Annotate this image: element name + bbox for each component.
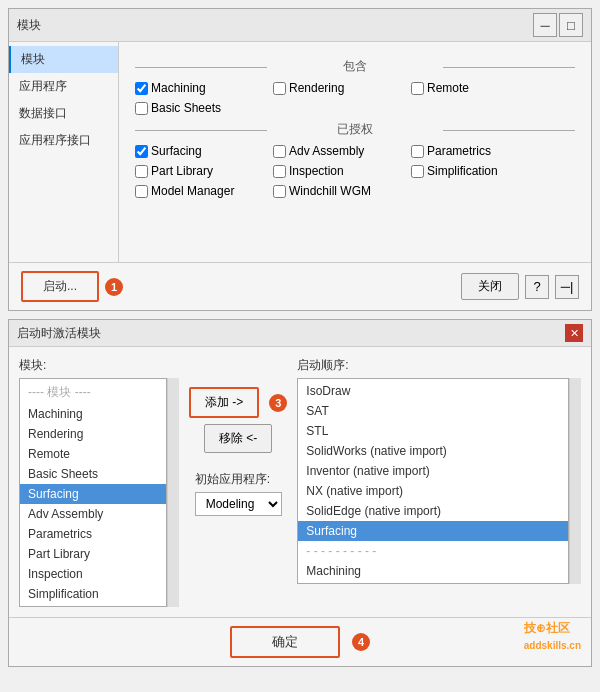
included-row-1: Machining Rendering Remote [135,81,575,95]
module-list-scrollbar[interactable] [167,378,179,607]
list-item-machining[interactable]: Machining [20,404,166,424]
startup-list-container: IsoDraw SAT STL SolidWorks (native impor… [297,378,581,584]
list-item-adv-assembly[interactable]: Adv Assembly [20,504,166,524]
startup-item-dash[interactable]: - - - - - - - - - - [298,541,568,561]
startup-item-solidworks[interactable]: SolidWorks (native import) [298,441,568,461]
bottom-dialog-body: 模块: ---- 模块 ---- Machining Rendering Rem… [9,347,591,617]
list-item-basicsheets[interactable]: Basic Sheets [20,464,166,484]
startup-list-scrollbar[interactable] [569,378,581,584]
included-row-2: Basic Sheets [135,101,575,115]
left-panel-item-module[interactable]: 模块 [9,46,118,73]
maximize-icon[interactable]: □ [559,13,583,37]
footer-right: 关闭 ? ─| [461,273,579,300]
check-surfacing[interactable]: Surfacing [135,144,265,158]
module-list-panel: 模块: ---- 模块 ---- Machining Rendering Rem… [19,357,179,607]
bottom-dialog: 启动时激活模块 ✕ 模块: ---- 模块 ---- Machining Ren… [8,319,592,667]
list-item-parametrics[interactable]: Parametrics [20,524,166,544]
module-list-header: 模块: [19,357,179,374]
list-item-inspection[interactable]: Inspection [20,564,166,584]
minimize-icon[interactable]: ─ [533,13,557,37]
top-dialog-titlebar: 模块 ─ □ [9,9,591,42]
add-button[interactable]: 添加 -> [189,387,259,418]
circle-num-1: 1 [105,278,123,296]
left-panel-item-api[interactable]: 应用程序接口 [9,127,118,154]
circle-num-3: 3 [269,394,287,412]
licensed-row-1: Surfacing Adv Assembly Parametrics [135,144,575,158]
startup-item-stl[interactable]: STL [298,421,568,441]
circle-num-4: 4 [352,633,370,651]
module-list-container: ---- 模块 ---- Machining Rendering Remote … [19,378,179,607]
licensed-row-3: Model Manager Windchill WGM [135,184,575,198]
list-item-simplification[interactable]: Simplification [20,584,166,604]
include-header: 包含 [135,58,575,75]
bottom-dialog-titlebar: 启动时激活模块 ✕ [9,320,591,347]
bottom-dialog-title: 启动时激活模块 [17,325,101,342]
check-basicsheets[interactable]: Basic Sheets [135,101,265,115]
module-list-box[interactable]: ---- 模块 ---- Machining Rendering Remote … [19,378,167,607]
licensed-row-2: Part Library Inspection Simplification [135,164,575,178]
startup-item-nx[interactable]: NX (native import) [298,481,568,501]
startup-item-solidedge[interactable]: SolidEdge (native import) [298,501,568,521]
init-app-label: 初始应用程序: [195,471,282,488]
check-parametrics[interactable]: Parametrics [411,144,541,158]
check-windchill[interactable]: Windchill WGM [273,184,403,198]
top-dialog-footer: 启动... 1 关闭 ? ─| [9,262,591,310]
help-icon[interactable]: ? [525,275,549,299]
startup-item-machining[interactable]: Machining [298,561,568,581]
bottom-dialog-footer: 确定 4 [9,617,591,666]
startup-item-surfacing[interactable]: Surfacing [298,521,568,541]
top-dialog: 模块 ─ □ 模块 应用程序 数据接口 应用程序接口 包含 Machining … [8,8,592,311]
startup-item-sat[interactable]: SAT [298,401,568,421]
confirm-button[interactable]: 确定 [230,626,340,658]
start-button[interactable]: 启动... [21,271,99,302]
bottom-close-icon[interactable]: ✕ [565,324,583,342]
check-part-library[interactable]: Part Library [135,164,265,178]
init-app-select[interactable]: Modeling Drafting Assembly [195,492,282,516]
pin-icon[interactable]: ─| [555,275,579,299]
remove-button[interactable]: 移除 <- [204,424,272,453]
startup-panel: 启动顺序: IsoDraw SAT STL SolidWorks (native… [297,357,581,607]
check-remote[interactable]: Remote [411,81,541,95]
check-machining[interactable]: Machining [135,81,265,95]
close-button[interactable]: 关闭 [461,273,519,300]
startup-list-box[interactable]: IsoDraw SAT STL SolidWorks (native impor… [297,378,569,584]
check-model-manager[interactable]: Model Manager [135,184,265,198]
licensed-header: 已授权 [135,121,575,138]
top-dialog-title: 模块 [17,17,41,34]
right-panel: 包含 Machining Rendering Remote Basic Shee… [119,42,591,262]
check-rendering[interactable]: Rendering [273,81,403,95]
startup-item-inventor[interactable]: Inventor (native import) [298,461,568,481]
list-item-remote[interactable]: Remote [20,444,166,464]
check-inspection[interactable]: Inspection [273,164,403,178]
top-dialog-content: 模块 应用程序 数据接口 应用程序接口 包含 Machining Renderi… [9,42,591,262]
check-adv-assembly[interactable]: Adv Assembly [273,144,403,158]
check-simplification[interactable]: Simplification [411,164,541,178]
list-item-part-library[interactable]: Part Library [20,544,166,564]
left-panel-item-data[interactable]: 数据接口 [9,100,118,127]
list-item-dash[interactable]: ---- 模块 ---- [20,381,166,404]
startup-item-isodraw[interactable]: IsoDraw [298,381,568,401]
left-panel: 模块 应用程序 数据接口 应用程序接口 [9,42,119,262]
init-app-section: 初始应用程序: Modeling Drafting Assembly [195,471,282,516]
left-panel-item-app[interactable]: 应用程序 [9,73,118,100]
startup-order-header: 启动顺序: [297,357,581,374]
list-item-rendering[interactable]: Rendering [20,424,166,444]
list-item-surfacing[interactable]: Surfacing [20,484,166,504]
middle-buttons: 添加 -> 3 移除 <- 初始应用程序: Modeling Drafting … [189,357,287,607]
